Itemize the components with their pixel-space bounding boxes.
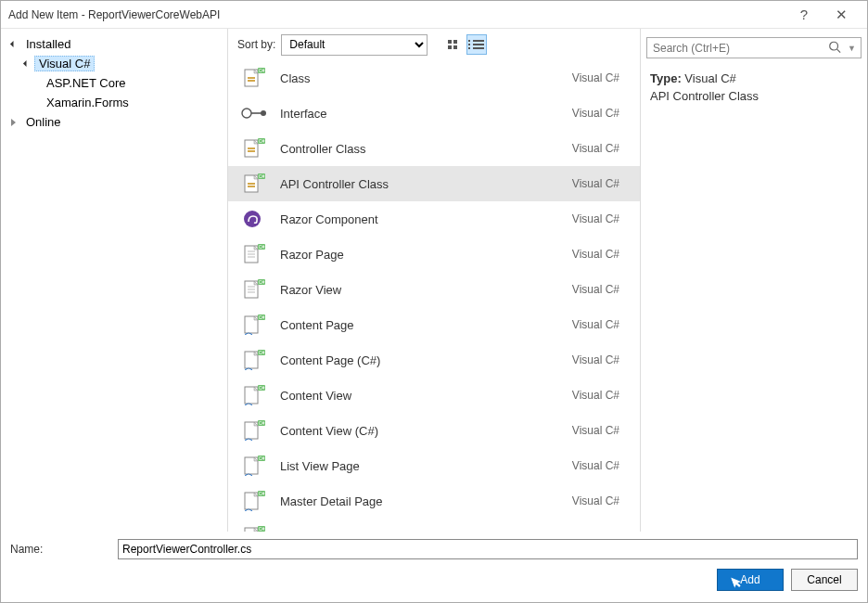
svg-text:C#: C#	[259, 350, 265, 355]
template-row[interactable]: <>C#Content Page (C#)Visual C#	[228, 342, 640, 378]
svg-rect-10	[248, 150, 255, 152]
template-icon: C#	[239, 135, 269, 161]
window-title: Add New Item - ReportViewerCoreWebAPI	[8, 8, 785, 21]
sortby-select[interactable]: Default	[281, 34, 428, 56]
svg-text:C#: C#	[259, 173, 265, 179]
template-lang: Visual C#	[572, 389, 619, 402]
svg-point-7	[261, 110, 266, 116]
template-name: Content Page (C#)	[280, 353, 572, 367]
svg-text:<>: <>	[245, 507, 252, 511]
tree-item-online[interactable]: Online	[1, 112, 227, 132]
chevron-down-icon[interactable]: ▼	[848, 44, 856, 53]
template-name: Razor Page	[280, 248, 572, 262]
template-icon: C#	[239, 65, 269, 91]
svg-text:C#: C#	[259, 491, 265, 496]
svg-text:C#: C#	[259, 455, 265, 461]
template-lang: Visual C#	[572, 142, 619, 155]
svg-text:<>: <>	[245, 366, 252, 370]
add-button[interactable]: Add	[717, 569, 784, 591]
tree-item-visual-csharp[interactable]: Visual C#	[1, 54, 227, 73]
tree-item-aspnet-core[interactable]: ASP.NET Core	[1, 73, 227, 93]
list-view-button[interactable]	[466, 34, 487, 55]
tree-item-xamarin-forms[interactable]: Xamarin.Forms	[1, 93, 227, 112]
name-label: Name:	[10, 543, 110, 556]
template-row[interactable]: C#Razor PageVisual C#	[228, 237, 640, 272]
svg-rect-14	[248, 183, 255, 185]
template-name: Razor View	[280, 283, 572, 297]
template-icon: C#	[239, 171, 269, 197]
template-name: Content View (C#)	[280, 424, 572, 438]
details-panel: ▼ Type: Visual C# API Controller Class	[641, 29, 867, 532]
template-lang: Visual C#	[572, 494, 619, 507]
titlebar: Add New Item - ReportViewerCoreWebAPI ? …	[1, 1, 867, 29]
list-icon	[469, 40, 484, 49]
grid-icon	[448, 40, 457, 49]
svg-point-5	[242, 109, 251, 118]
tree-item-installed[interactable]: Installed	[1, 34, 227, 54]
template-name: Content Page	[280, 318, 572, 332]
svg-text:C#: C#	[259, 279, 265, 285]
template-name: Razor Component	[280, 212, 572, 226]
template-icon: <>C#	[239, 312, 269, 338]
template-row[interactable]: <>C#Content View (C#)Visual C#	[228, 413, 640, 448]
template-row[interactable]: <>C#Master Detail PageVisual C#	[228, 483, 640, 519]
template-lang: Visual C#	[572, 318, 619, 331]
template-lang: Visual C#	[572, 459, 619, 472]
template-name: Class	[280, 71, 572, 85]
cancel-button[interactable]: Cancel	[791, 569, 858, 591]
svg-line-62	[837, 49, 841, 53]
template-row[interactable]: C#Razor LayoutVisual C#	[228, 519, 640, 532]
svg-text:C#: C#	[259, 314, 265, 320]
svg-text:C#: C#	[259, 244, 265, 250]
template-icon: C#	[239, 241, 269, 267]
template-row[interactable]: C#API Controller ClassVisual C#	[228, 166, 640, 201]
name-row: Name:	[1, 532, 867, 569]
template-icon	[239, 206, 269, 232]
template-description: API Controller Class	[650, 89, 858, 103]
help-button[interactable]: ?	[785, 2, 823, 28]
template-name: List View Page	[280, 459, 572, 473]
template-name: Content View	[280, 389, 572, 403]
template-lang: Visual C#	[572, 283, 619, 296]
chevron-down-icon	[19, 58, 32, 71]
template-name: API Controller Class	[280, 177, 572, 191]
template-row[interactable]: <>C#Content PageVisual C#	[228, 307, 640, 342]
svg-rect-2	[248, 80, 255, 82]
template-name: Interface	[280, 107, 572, 121]
svg-text:C#: C#	[259, 385, 265, 391]
svg-text:C#: C#	[259, 420, 265, 426]
template-name: Master Detail Page	[280, 494, 572, 508]
svg-rect-9	[248, 148, 255, 149]
svg-text:C#: C#	[259, 68, 265, 73]
search-icon[interactable]	[828, 40, 841, 56]
svg-text:C#: C#	[259, 138, 265, 144]
name-input[interactable]	[118, 539, 858, 559]
template-icon: <>C#	[239, 453, 269, 479]
template-lang: Visual C#	[572, 107, 619, 120]
chevron-right-icon	[6, 116, 19, 129]
template-icon: C#	[239, 276, 269, 302]
svg-point-18	[244, 211, 261, 227]
template-icon	[239, 100, 269, 126]
svg-rect-15	[248, 186, 255, 187]
template-lang: Visual C#	[572, 177, 619, 190]
template-lang: Visual C#	[572, 71, 619, 84]
grid-view-button[interactable]	[442, 34, 463, 55]
close-button[interactable]: ✕	[823, 2, 860, 28]
template-row[interactable]: C#Controller ClassVisual C#	[228, 131, 640, 166]
template-icon: <>C#	[239, 417, 269, 443]
template-row[interactable]: <>C#List View PageVisual C#	[228, 448, 640, 483]
template-lang: Visual C#	[572, 424, 619, 437]
template-list[interactable]: C#ClassVisual C#InterfaceVisual C#C#Cont…	[228, 60, 640, 532]
template-row[interactable]: C#ClassVisual C#	[228, 60, 640, 96]
template-icon: <>C#	[239, 488, 269, 514]
sortby-label: Sort by:	[237, 38, 275, 51]
template-lang: Visual C#	[572, 353, 619, 366]
svg-rect-1	[248, 77, 255, 79]
template-row[interactable]: Razor ComponentVisual C#	[228, 201, 640, 237]
category-tree: Installed Visual C# ASP.NET Core Xamarin…	[1, 29, 228, 532]
template-row[interactable]: <>C#Content ViewVisual C#	[228, 378, 640, 413]
svg-text:<>: <>	[245, 402, 252, 405]
template-row[interactable]: C#Razor ViewVisual C#	[228, 272, 640, 307]
template-row[interactable]: InterfaceVisual C#	[228, 96, 640, 131]
